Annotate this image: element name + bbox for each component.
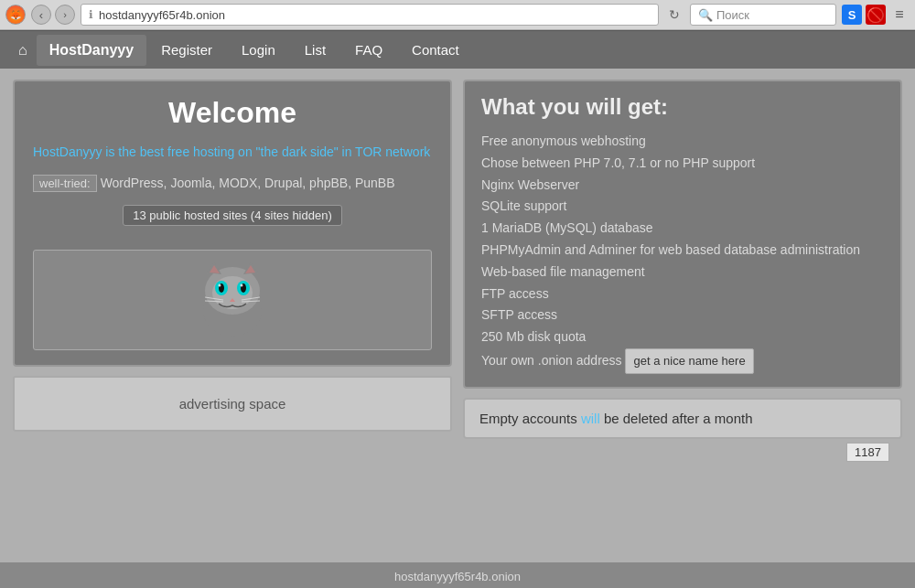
back-button[interactable]: ‹ — [31, 5, 51, 25]
main-content: Welcome HostDanyyy is the best free host… — [0, 69, 915, 562]
footer-domain: hostdanyyyf65r4b.onion — [394, 570, 521, 583]
advertising-box: advertising space — [13, 376, 452, 432]
onion-button[interactable]: get a nice name here — [625, 348, 753, 374]
search-icon: 🔍 — [698, 8, 713, 22]
feature-item-3: Nginx Webserver — [481, 175, 884, 197]
nav-register[interactable]: Register — [146, 33, 227, 67]
notice-highlight: will — [581, 411, 600, 426]
feature-item-10: 250 Mb disk quota — [481, 326, 884, 348]
feature-item-7: Web-based file management — [481, 262, 884, 283]
notice-text-before: Empty accounts — [479, 411, 581, 426]
feature-item-5: 1 MariaDB (MySQL) database — [481, 218, 884, 240]
right-panel: What you will get: Free anonymous webhos… — [463, 80, 902, 439]
footer: hostdanyyyf65r4b.onion — [0, 562, 915, 588]
notice-box: Empty accounts will be deleted after a m… — [463, 398, 902, 439]
nav-faq[interactable]: FAQ — [340, 33, 397, 67]
url-text: hostdanyyyf65r4b.onion — [99, 8, 225, 22]
well-tried-badge: well-tried: — [33, 175, 97, 192]
skype-icon[interactable]: S — [842, 5, 862, 25]
features-list: Free anonymous webhosting Chose between … — [481, 131, 884, 374]
refresh-button[interactable]: ↻ — [664, 5, 684, 25]
nav-brand: HostDanyyy — [37, 35, 146, 66]
nav-contact[interactable]: Contact — [397, 33, 474, 67]
home-icon[interactable]: ⌂ — [9, 35, 37, 66]
features-title: What you will get: — [481, 94, 884, 120]
menu-icon[interactable]: ≡ — [889, 5, 910, 25]
counter-row: 1187 — [13, 439, 902, 465]
notice-text-after: be deleted after a month — [600, 411, 753, 426]
lock-icon: ℹ — [89, 8, 93, 21]
welcome-box: Welcome HostDanyyy is the best free host… — [13, 80, 452, 367]
browser-toolbar: 🦊 ‹ › ℹ hostdanyyyf65r4b.onion ↻ 🔍 Поиск… — [0, 0, 915, 29]
search-bar[interactable]: 🔍 Поиск — [690, 4, 836, 26]
url-bar[interactable]: ℹ hostdanyyyf65r4b.onion — [81, 4, 659, 26]
left-panel: Welcome HostDanyyy is the best free host… — [13, 80, 452, 432]
feature-item-1: Free anonymous webhosting — [481, 131, 884, 153]
features-box: What you will get: Free anonymous webhos… — [463, 80, 902, 389]
cat-svg — [187, 254, 278, 346]
nav-login[interactable]: Login — [227, 33, 290, 67]
hosted-sites-badge: 13 public hosted sites (4 sites hidden) — [123, 205, 342, 226]
svg-point-12 — [241, 284, 243, 287]
cat-image-box — [33, 250, 432, 350]
browser-chrome: 🦊 ‹ › ℹ hostdanyyyf65r4b.onion ↻ 🔍 Поиск… — [0, 0, 915, 30]
browser-icons: S 🚫 ≡ — [842, 5, 910, 25]
forward-button[interactable]: › — [55, 5, 75, 25]
noscript-icon[interactable]: 🚫 — [866, 5, 886, 25]
nav-links: Register Login List FAQ Contact — [146, 33, 474, 67]
welcome-title: Welcome — [33, 96, 432, 130]
firefox-logo[interactable]: 🦊 — [5, 5, 26, 25]
nav-list[interactable]: List — [290, 33, 340, 67]
well-tried-apps: WordPress, Joomla, MODX, Drupal, phpBB, … — [101, 176, 395, 190]
feature-item-9: SFTP access — [481, 305, 884, 326]
nav-bar: ⌂ HostDanyyy Register Login List FAQ Con… — [0, 30, 915, 69]
search-placeholder: Поиск — [716, 8, 749, 22]
well-tried-line: well-tried: WordPress, Joomla, MODX, Dru… — [33, 175, 432, 192]
welcome-description: HostDanyyy is the best free hosting on "… — [33, 143, 432, 162]
feature-item-4: SQLite support — [481, 196, 884, 218]
counter-badge: 1187 — [846, 443, 889, 462]
feature-item-2: Chose between PHP 7.0, 7.1 or no PHP sup… — [481, 153, 884, 175]
nav-buttons: ‹ › — [31, 5, 75, 25]
svg-point-11 — [219, 284, 221, 287]
advertising-text: advertising space — [179, 396, 286, 412]
feature-item-8: FTP access — [481, 283, 884, 305]
feature-item-6: PHPMyAdmin and Adminer for web based dat… — [481, 240, 884, 262]
content-grid: Welcome HostDanyyy is the best free host… — [13, 80, 902, 439]
feature-item-11: Your own .onion address get a nice name … — [481, 348, 884, 374]
